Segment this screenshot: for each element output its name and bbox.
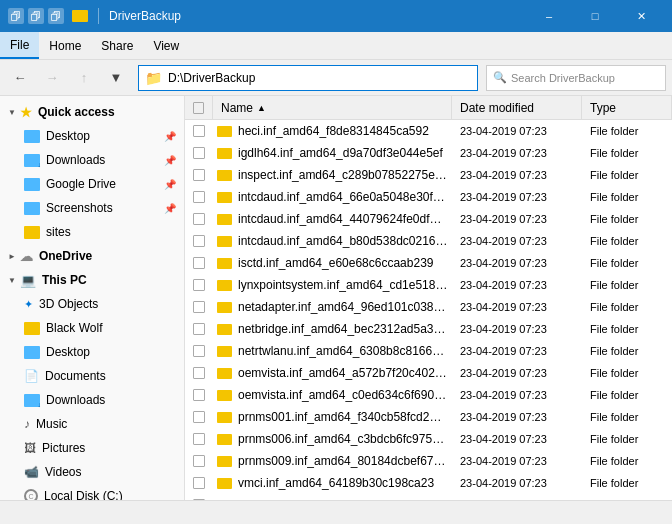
file-date: 23-04-2019 07:23 [452,411,582,423]
table-row[interactable]: netbridge.inf_amd64_bec2312ad5a373f6 23-… [185,318,672,340]
sidebar-item-sites[interactable]: sites [0,220,184,244]
file-name: heci.inf_amd64_f8de8314845ca592 [238,124,429,138]
search-bar[interactable]: 🔍 Search DriverBackup [486,65,666,91]
file-folder-icon [217,390,232,401]
col-checkbox [185,96,213,119]
col-type[interactable]: Type [582,96,672,119]
sidebar-item-gdrive[interactable]: Google Drive 📌 [0,172,184,196]
row-checkbox[interactable] [193,433,205,445]
row-checkbox-cell [185,279,213,291]
row-checkbox[interactable] [193,169,205,181]
sidebar-item-videos[interactable]: 📹 Videos [0,460,184,484]
row-checkbox[interactable] [193,477,205,489]
sidebar-item-pc-desktop-label: Desktop [46,345,90,359]
back-button[interactable]: ← [6,64,34,92]
quick-access-chevron: ▼ [8,108,16,117]
thispc-header[interactable]: ▼ 💻 This PC [0,268,184,292]
sidebar-item-desktop-label: Desktop [46,129,90,143]
sidebar-item-documents[interactable]: 📄 Documents [0,364,184,388]
address-text: D:\DriverBackup [168,71,255,85]
up-button[interactable]: ↑ [70,64,98,92]
sidebar-item-blackwolf[interactable]: Black Wolf [0,316,184,340]
table-row[interactable]: igdlh64.inf_amd64_d9a70df3e044e5ef 23-04… [185,142,672,164]
blackwolf-folder-icon [24,322,40,335]
screenshots-pin-icon: 📌 [164,203,176,214]
col-date[interactable]: Date modified [452,96,582,119]
row-checkbox-cell [185,345,213,357]
header-checkbox[interactable] [193,102,204,114]
sidebar-item-music-label: Music [36,417,67,431]
row-checkbox-cell [185,213,213,225]
recent-button[interactable]: ▼ [102,64,130,92]
onedrive-header[interactable]: ► ☁ OneDrive [0,244,184,268]
table-row[interactable]: lynxpointsystem.inf_amd64_cd1e518d... 23… [185,274,672,296]
toolbar: ← → ↑ ▼ 📁 D:\DriverBackup 🔍 Search Drive… [0,60,672,96]
row-checkbox[interactable] [193,345,205,357]
row-checkbox[interactable] [193,367,205,379]
row-checkbox[interactable] [193,125,205,137]
sidebar-item-music[interactable]: ♪ Music [0,412,184,436]
sidebar-item-pictures[interactable]: 🖼 Pictures [0,436,184,460]
sidebar-item-pc-desktop[interactable]: Desktop [0,340,184,364]
onedrive-chevron: ► [8,252,16,261]
sort-arrow: ▲ [257,103,266,113]
sidebar-item-screenshots[interactable]: Screenshots 📌 [0,196,184,220]
row-checkbox[interactable] [193,147,205,159]
menu-bar: File Home Share View [0,32,672,60]
table-row[interactable]: prnms009.inf_amd64_80184dcbef6775... 23-… [185,450,672,472]
row-checkbox[interactable] [193,279,205,291]
sites-folder-icon [24,226,40,239]
table-row[interactable]: intcdaud.inf_amd64_b80d538dc0216f86 23-0… [185,230,672,252]
file-type: File folder [582,323,672,335]
table-row[interactable]: intcdaud.inf_amd64_66e0a5048e30f9c5 23-0… [185,186,672,208]
row-checkbox[interactable] [193,455,205,467]
table-row[interactable]: isctd.inf_amd64_e60e68c6ccaab239 23-04-2… [185,252,672,274]
sidebar-item-3dobjects-label: 3D Objects [39,297,98,311]
sidebar-item-pictures-label: Pictures [42,441,85,455]
file-date: 23-04-2019 07:23 [452,367,582,379]
table-row[interactable]: heci.inf_amd64_f8de8314845ca592 23-04-20… [185,120,672,142]
col-name[interactable]: Name ▲ [213,96,452,119]
table-row[interactable]: vmusb.inf_amd64_964daf583622022b 23-04-2… [185,494,672,500]
sidebar-item-pc-downloads[interactable]: Downloads [0,388,184,412]
title-controls: – □ ✕ [526,0,664,32]
row-checkbox[interactable] [193,499,205,500]
row-checkbox[interactable] [193,235,205,247]
table-row[interactable]: oemvista.inf_amd64_a572b7f20c402d28 23-0… [185,362,672,384]
row-checkbox[interactable] [193,191,205,203]
table-row[interactable]: netrtwlanu.inf_amd64_6308b8c81669d... 23… [185,340,672,362]
table-row[interactable]: vmci.inf_amd64_64189b30c198ca23 23-04-20… [185,472,672,494]
table-row[interactable]: prnms006.inf_amd64_c3bdcb6fc975b6... 23-… [185,428,672,450]
maximize-button[interactable]: □ [572,0,618,32]
table-row[interactable]: netadapter.inf_amd64_96ed101c03867... 23… [185,296,672,318]
menu-home[interactable]: Home [39,32,91,59]
minimize-button[interactable]: – [526,0,572,32]
sidebar-item-desktop[interactable]: Desktop 📌 [0,124,184,148]
sidebar-item-3dobjects[interactable]: ✦ 3D Objects [0,292,184,316]
address-bar[interactable]: 📁 D:\DriverBackup [138,65,478,91]
row-checkbox-cell [185,301,213,313]
sidebar-item-downloads[interactable]: Downloads 📌 [0,148,184,172]
menu-view[interactable]: View [143,32,189,59]
table-row[interactable]: intcdaud.inf_amd64_44079624fe0dfa08 23-0… [185,208,672,230]
pc-downloads-icon [24,394,40,407]
table-row[interactable]: inspect.inf_amd64_c289b07852275eb8 23-04… [185,164,672,186]
file-type: File folder [582,477,672,489]
row-checkbox[interactable] [193,213,205,225]
row-checkbox[interactable] [193,301,205,313]
row-checkbox[interactable] [193,257,205,269]
file-date: 23-04-2019 07:23 [452,477,582,489]
menu-share[interactable]: Share [91,32,143,59]
row-checkbox[interactable] [193,389,205,401]
close-button[interactable]: ✕ [618,0,664,32]
table-row[interactable]: oemvista.inf_amd64_c0ed634c6f690357 23-0… [185,384,672,406]
quick-access-header[interactable]: ▼ ★ Quick access [0,100,184,124]
table-row[interactable]: prnms001.inf_amd64_f340cb58fcd23202 23-0… [185,406,672,428]
menu-file[interactable]: File [0,32,39,59]
title-folder-icon [72,10,88,22]
sidebar-item-localdisk[interactable]: C Local Disk (C:) [0,484,184,500]
sidebar-item-videos-label: Videos [45,465,81,479]
forward-button[interactable]: → [38,64,66,92]
row-checkbox[interactable] [193,323,205,335]
row-checkbox[interactable] [193,411,205,423]
